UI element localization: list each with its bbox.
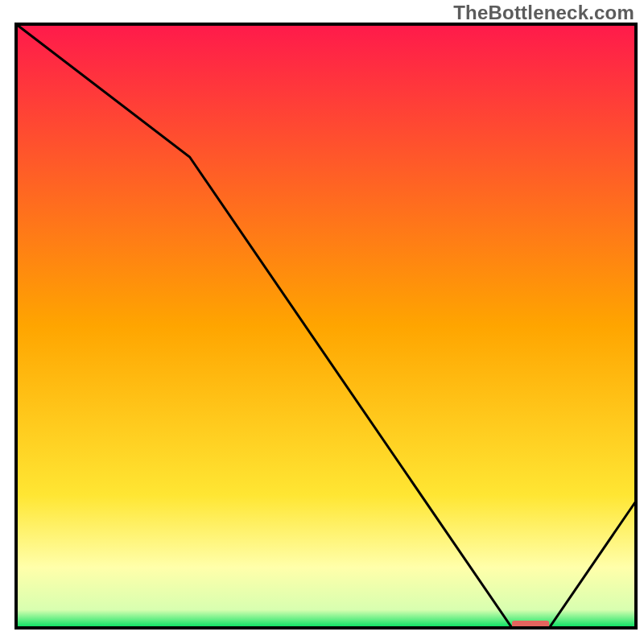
- bottleneck-chart: [0, 0, 644, 644]
- plot-background: [16, 24, 636, 628]
- chart-stage: TheBottleneck.com: [0, 0, 644, 644]
